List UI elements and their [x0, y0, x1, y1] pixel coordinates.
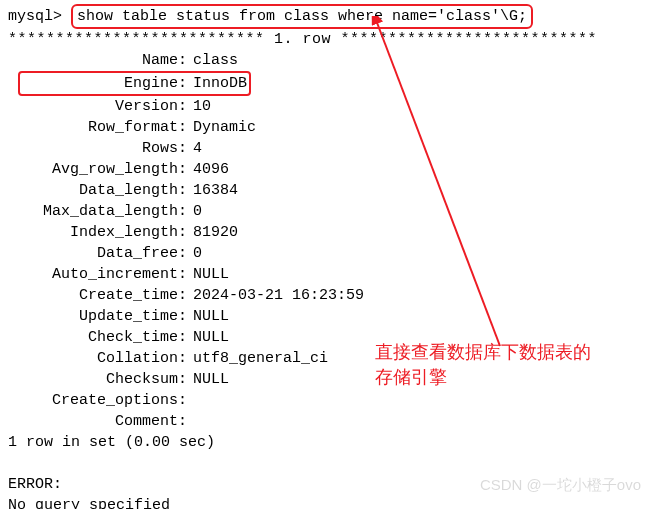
sql-command-highlight: show table status from class where name=… — [71, 4, 533, 29]
result-row: Engine: InnoDB — [8, 71, 647, 96]
result-fields: Name: classEngine: InnoDBVersion: 10Row_… — [8, 50, 647, 432]
result-row: Checksum: NULL — [8, 369, 647, 390]
result-row: Comment: — [8, 411, 647, 432]
field-sep: : — [178, 285, 193, 306]
field-key: Collation — [8, 348, 178, 369]
field-key: Create_options — [8, 390, 178, 411]
field-key: Update_time — [8, 306, 178, 327]
field-value: 4 — [193, 138, 202, 159]
field-key: Version — [8, 96, 178, 117]
field-value: 16384 — [193, 180, 238, 201]
result-row: Collation: utf8_general_ci — [8, 348, 647, 369]
field-value: InnoDB — [193, 73, 247, 94]
field-sep: : — [178, 390, 193, 411]
field-sep: : — [178, 73, 193, 94]
result-row: Check_time: NULL — [8, 327, 647, 348]
field-key: Name — [8, 50, 178, 71]
field-value: 4096 — [193, 159, 229, 180]
result-row: Update_time: NULL — [8, 306, 647, 327]
field-value: 81920 — [193, 222, 238, 243]
result-row: Version: 10 — [8, 96, 647, 117]
field-sep: : — [178, 50, 193, 71]
field-value: NULL — [193, 264, 229, 285]
prompt-text: mysql> — [8, 8, 62, 25]
field-key: Engine — [22, 73, 178, 94]
field-sep: : — [178, 411, 193, 432]
result-row: Create_options: — [8, 390, 647, 411]
field-value: NULL — [193, 306, 229, 327]
field-sep: : — [178, 159, 193, 180]
field-sep: : — [178, 180, 193, 201]
field-sep: : — [178, 327, 193, 348]
field-key: Data_free — [8, 243, 178, 264]
field-value: utf8_general_ci — [193, 348, 328, 369]
result-row: Index_length: 81920 — [8, 222, 647, 243]
field-key: Avg_row_length — [8, 159, 178, 180]
error-message: No query specified — [8, 495, 647, 509]
result-row: Avg_row_length: 4096 — [8, 159, 647, 180]
field-sep: : — [178, 222, 193, 243]
field-key: Data_length — [8, 180, 178, 201]
field-sep: : — [178, 96, 193, 117]
field-key: Row_format — [8, 117, 178, 138]
field-sep: : — [178, 348, 193, 369]
field-value: class — [193, 50, 238, 71]
engine-highlight: Engine: InnoDB — [18, 71, 251, 96]
field-sep: : — [178, 138, 193, 159]
field-sep: : — [178, 264, 193, 285]
field-key: Max_data_length — [8, 201, 178, 222]
field-key: Rows — [8, 138, 178, 159]
result-row: Name: class — [8, 50, 647, 71]
field-key: Index_length — [8, 222, 178, 243]
footer-text: 1 row in set (0.00 sec) — [8, 432, 647, 453]
field-key: Comment — [8, 411, 178, 432]
result-row: Data_length: 16384 — [8, 180, 647, 201]
field-sep: : — [178, 117, 193, 138]
field-value: 10 — [193, 96, 211, 117]
field-key: Auto_increment — [8, 264, 178, 285]
field-value: NULL — [193, 327, 229, 348]
error-label: ERROR: — [8, 474, 647, 495]
field-value: 0 — [193, 201, 202, 222]
field-key: Create_time — [8, 285, 178, 306]
field-key: Check_time — [8, 327, 178, 348]
sql-command: show table status from class where name=… — [77, 8, 527, 25]
field-value: Dynamic — [193, 117, 256, 138]
result-row: Data_free: 0 — [8, 243, 647, 264]
result-row: Max_data_length: 0 — [8, 201, 647, 222]
field-value: NULL — [193, 369, 229, 390]
result-row: Auto_increment: NULL — [8, 264, 647, 285]
field-sep: : — [178, 243, 193, 264]
result-row: Create_time: 2024-03-21 16:23:59 — [8, 285, 647, 306]
field-value: 2024-03-21 16:23:59 — [193, 285, 364, 306]
field-sep: : — [178, 201, 193, 222]
field-sep: : — [178, 369, 193, 390]
result-row: Rows: 4 — [8, 138, 647, 159]
prompt-line: mysql> show table status from class wher… — [8, 4, 647, 29]
field-value: 0 — [193, 243, 202, 264]
field-key: Checksum — [8, 369, 178, 390]
row-separator: *************************** 1. row *****… — [8, 29, 647, 50]
field-sep: : — [178, 306, 193, 327]
result-row: Row_format: Dynamic — [8, 117, 647, 138]
